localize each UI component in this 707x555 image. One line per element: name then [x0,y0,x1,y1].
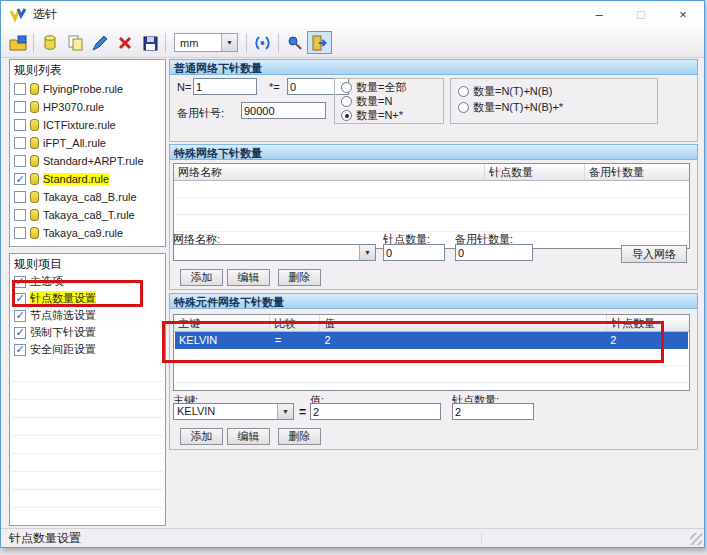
rule-option-item[interactable]: 节点筛选设置 [12,307,163,324]
radio-unselected[interactable] [458,86,469,97]
edit-pen-icon[interactable] [87,31,112,54]
delete-button[interactable]: 删除 [278,269,321,286]
rule-item[interactable]: Takaya_ca8_B.rule [12,188,163,206]
sync-icon[interactable] [250,31,275,54]
minimize-button[interactable]: – [578,1,620,28]
database-icon[interactable] [37,31,62,54]
chevron-down-icon[interactable]: ▼ [359,245,375,260]
radio-option-selected[interactable]: 数量=N+* [341,109,403,122]
checkbox-unchecked[interactable] [14,227,26,239]
import-rule-icon[interactable] [5,31,30,54]
net-name-combobox[interactable]: ▼ [173,244,376,261]
checkbox-checked[interactable] [14,310,26,322]
radio-unselected[interactable] [341,96,352,107]
rule-item[interactable]: Takaya_ca9.rule [12,224,163,242]
checkbox-unchecked[interactable] [14,191,26,203]
checkbox-checked[interactable] [14,344,26,356]
checkbox-checked[interactable] [14,173,26,185]
edit-button[interactable]: 编辑 [227,428,270,445]
checkbox-checked[interactable] [14,327,26,339]
n-input[interactable] [193,78,257,95]
radio-option[interactable]: 数量=N(T)+N(B) [458,85,552,98]
rule-list-panel: 规则列表 FlyingProbe.rule HP3070.rule ICTFix… [9,59,166,247]
save-icon[interactable] [137,31,162,54]
radio-option[interactable]: 数量=全部 [341,81,406,94]
key-combobox[interactable]: KELVIN ▼ [173,403,294,420]
table-row-selected[interactable]: KELVIN = 2 2 [175,332,688,349]
rule-item[interactable]: HP3070.rule [12,98,163,116]
column-header[interactable]: 针点数量 [607,315,689,331]
radio-option[interactable]: 数量=N(T)+N(B)+* [458,101,563,114]
add-button[interactable]: 添加 [180,428,223,445]
rule-option-item[interactable]: 强制下针设置 [12,324,163,341]
checkbox-unchecked[interactable] [14,137,26,149]
rule-item[interactable]: Takaya_ca8_T.rule [12,206,163,224]
database-icon [30,119,39,131]
unit-dropdown[interactable]: mm ▼ [174,33,238,52]
window-controls: – □ × [578,1,704,28]
delete-button[interactable]: 删除 [278,428,321,445]
database-icon [30,101,39,113]
table-header-row: 主键 比较 值 针点数量 [174,315,689,332]
checkbox-checked[interactable] [14,293,26,305]
chevron-down-icon[interactable]: ▼ [221,34,237,51]
empty-table-rows [175,181,688,247]
status-separator [481,532,482,544]
edit-button[interactable]: 编辑 [227,269,270,286]
checkbox-unchecked[interactable] [14,209,26,221]
rule-item-selected[interactable]: Standard.rule [12,170,163,188]
column-header[interactable]: 比较 [270,315,320,331]
rule-list-title: 规则列表 [10,60,165,79]
column-header[interactable]: 网络名称 [174,164,485,180]
value-input[interactable] [310,403,441,420]
database-icon [30,137,39,149]
column-header[interactable]: 备用针数量 [585,164,689,180]
exit-icon[interactable] [307,31,332,54]
checkbox-checked[interactable] [14,276,26,288]
pin-icon[interactable] [282,31,307,54]
pin-qty-input[interactable] [383,244,445,261]
import-network-button[interactable]: 导入网络 [621,245,687,263]
rule-item[interactable]: ICTFixture.rule [12,116,163,134]
column-header[interactable]: 主键 [174,315,270,331]
rule-item[interactable]: Standard+ARPT.rule [12,152,163,170]
chevron-down-icon[interactable]: ▼ [277,404,293,419]
maximize-button[interactable]: □ [620,1,662,28]
radio-option[interactable]: 数量=N [341,95,392,108]
rule-items-panel: 规则项目 主选项 针点数量设置 节点筛选设置 强制下针设置 安全间距设置 [9,253,166,526]
rule-option-item[interactable]: 安全间距设置 [12,341,163,358]
database-icon [30,173,39,185]
rule-option-item[interactable]: 主选项 [12,273,163,290]
column-header[interactable]: 针点数量 [485,164,585,180]
checkbox-unchecked[interactable] [14,119,26,131]
pin-qty-input[interactable] [452,403,534,420]
copy-icon[interactable] [62,31,87,54]
checkbox-unchecked[interactable] [14,101,26,113]
resize-grip[interactable] [690,533,702,545]
radio-unselected[interactable] [341,82,352,93]
star-label: *= [269,81,280,93]
database-icon [30,227,39,239]
spare-pin-input[interactable] [241,102,326,119]
panel-component-header: 特殊元件网络下针数量 [169,293,698,309]
rule-item[interactable]: iFPT_All.rule [12,134,163,152]
rule-item[interactable]: FlyingProbe.rule [12,80,163,98]
component-network-table[interactable]: 主键 比较 值 针点数量 KELVIN = 2 2 [173,314,690,391]
special-network-table[interactable]: 网络名称 针点数量 备用针数量 [173,163,690,249]
rule-option-item-selected[interactable]: 针点数量设置 [12,290,163,307]
radio-selected[interactable] [341,110,352,121]
radio-unselected[interactable] [458,102,469,113]
empty-table-rows [175,349,688,389]
checkbox-unchecked[interactable] [14,83,26,95]
close-button[interactable]: × [662,1,704,28]
checkbox-unchecked[interactable] [14,155,26,167]
column-header[interactable]: 值 [320,315,607,331]
toolbar-separator [246,33,247,53]
app-logo-icon [10,8,26,22]
window-title: 选针 [33,6,57,23]
toolbar-separator [165,33,166,53]
delete-icon[interactable] [112,31,137,54]
spare-pin-label: 备用针号: [177,106,224,121]
spare-qty-input[interactable] [455,244,533,261]
add-button[interactable]: 添加 [180,269,223,286]
